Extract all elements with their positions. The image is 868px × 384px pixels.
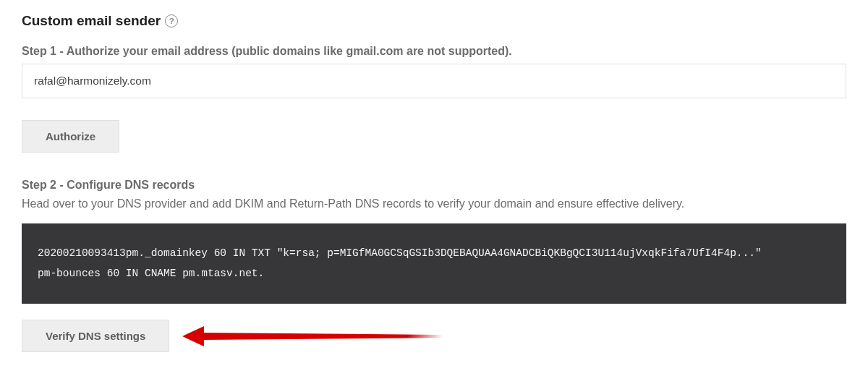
dns-records-code[interactable]: 20200210093413pm._domainkey 60 IN TXT "k… (22, 223, 846, 304)
step2-label: Step 2 - Configure DNS records (22, 179, 846, 192)
verify-dns-button[interactable]: Verify DNS settings (22, 320, 169, 352)
svg-marker-1 (203, 333, 443, 340)
section-title-row: Custom email sender ? (22, 13, 846, 29)
step1-label: Step 1 - Authorize your email address (p… (22, 45, 846, 58)
authorize-button[interactable]: Authorize (22, 120, 119, 153)
section-title: Custom email sender (22, 13, 161, 29)
svg-marker-0 (182, 326, 204, 346)
arrow-icon (182, 324, 443, 349)
step2-description: Head over to your DNS provider and add D… (22, 197, 846, 210)
step2-block: Step 2 - Configure DNS records Head over… (22, 179, 846, 352)
help-icon[interactable]: ? (165, 14, 178, 27)
step1-block: Step 1 - Authorize your email address (p… (22, 45, 846, 153)
verify-row: Verify DNS settings (22, 320, 846, 352)
email-input[interactable] (22, 64, 846, 98)
